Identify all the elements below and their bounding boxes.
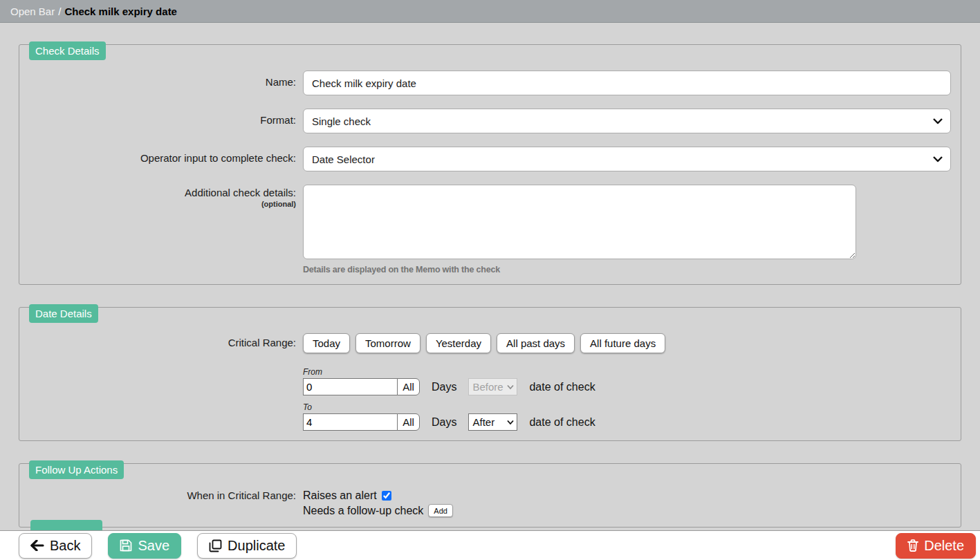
- follow-up-actions-section: Follow Up Actions When in Critical Range…: [19, 463, 961, 528]
- breadcrumb-parent-link[interactable]: Open Bar: [10, 6, 55, 17]
- next-section-legend-partial: [30, 520, 102, 530]
- range-preset-tomorrow-button[interactable]: Tomorrow: [355, 333, 420, 353]
- date-details-legend: Date Details: [29, 304, 98, 323]
- from-suffix-text: date of check: [529, 381, 595, 393]
- optional-note: (optional): [29, 200, 296, 208]
- to-direction-select[interactable]: After: [468, 413, 517, 431]
- from-label: From: [303, 367, 951, 377]
- format-row: Format: Single check: [29, 109, 951, 133]
- critical-range-row: Critical Range: Today Tomorrow Yesterday…: [29, 333, 951, 431]
- from-all-button[interactable]: All: [397, 378, 420, 395]
- breadcrumb: Open Bar / Check milk expiry date: [0, 0, 980, 23]
- range-preset-all-future-days-button[interactable]: All future days: [580, 333, 665, 353]
- name-label: Name:: [29, 71, 303, 95]
- duplicate-copy-icon: [209, 539, 222, 552]
- delete-button[interactable]: Delete: [896, 533, 976, 559]
- critical-range-label: Critical Range:: [29, 333, 303, 431]
- back-button[interactable]: Back: [19, 533, 92, 559]
- critical-range-presets: Today Tomorrow Yesterday All past days A…: [303, 333, 951, 353]
- to-suffix-text: date of check: [529, 416, 595, 429]
- to-label: To: [303, 402, 951, 412]
- from-direction-select[interactable]: Before: [468, 378, 517, 395]
- name-input[interactable]: [303, 71, 951, 95]
- details-help-text: Details are displayed on the Memo with t…: [303, 265, 951, 274]
- action-toolbar: Back Save Duplicate Delete: [0, 530, 980, 560]
- from-days-input[interactable]: [303, 378, 398, 395]
- additional-details-label: Additional check details: (optional): [29, 185, 303, 274]
- from-row: All Days Before date of check: [303, 378, 951, 395]
- operator-input-select[interactable]: Date Selector: [303, 147, 951, 171]
- format-select[interactable]: Single check: [303, 109, 951, 133]
- back-arrow-icon: [30, 540, 44, 551]
- follow-up-check-label: Needs a follow-up check: [303, 505, 423, 517]
- to-row: All Days After date of check: [303, 413, 951, 431]
- page-title: Check milk expiry date: [64, 6, 177, 17]
- additional-details-textarea[interactable]: [303, 185, 856, 259]
- range-preset-yesterday-button[interactable]: Yesterday: [426, 333, 491, 353]
- to-days-input[interactable]: [303, 413, 398, 431]
- to-days-text: Days: [432, 416, 456, 429]
- follow-up-check-line: Needs a follow-up check Add: [303, 504, 951, 517]
- add-follow-up-check-button[interactable]: Add: [428, 504, 453, 517]
- operator-input-row: Operator input to complete check: Date S…: [29, 147, 951, 171]
- operator-input-label: Operator input to complete check:: [29, 147, 303, 171]
- follow-up-actions-legend: Follow Up Actions: [29, 460, 124, 479]
- breadcrumb-separator: /: [58, 6, 61, 17]
- name-row: Name:: [29, 71, 951, 95]
- range-preset-today-button[interactable]: Today: [303, 333, 350, 353]
- from-days-text: Days: [432, 381, 456, 393]
- save-floppy-icon: [120, 539, 132, 552]
- when-in-critical-range-row: When in Critical Range: Raises an alert …: [29, 489, 951, 517]
- date-details-section: Date Details Critical Range: Today Tomor…: [19, 307, 961, 441]
- delete-trash-icon: [907, 539, 918, 552]
- range-preset-all-past-days-button[interactable]: All past days: [497, 333, 575, 353]
- raises-alert-label: Raises an alert: [303, 489, 377, 502]
- when-in-critical-range-label: When in Critical Range:: [29, 489, 303, 517]
- additional-details-row: Additional check details: (optional) Det…: [29, 185, 951, 274]
- format-label: Format:: [29, 109, 303, 133]
- save-button[interactable]: Save: [108, 533, 181, 559]
- to-all-button[interactable]: All: [397, 413, 420, 431]
- raises-alert-checkbox[interactable]: [382, 491, 391, 501]
- raises-alert-line: Raises an alert: [303, 489, 951, 502]
- check-details-legend: Check Details: [29, 41, 106, 60]
- check-details-section: Check Details Name: Format: Single check…: [19, 44, 961, 285]
- duplicate-button[interactable]: Duplicate: [197, 533, 297, 559]
